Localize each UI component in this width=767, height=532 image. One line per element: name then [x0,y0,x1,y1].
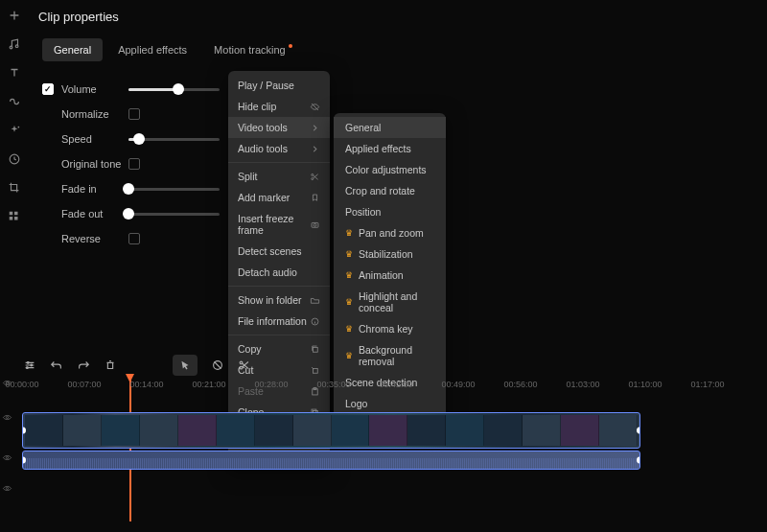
volume-checkbox[interactable] [42,83,54,95]
clock-icon[interactable] [7,151,22,167]
prop-original-tone: Original tone [42,151,224,176]
ruler-tick: 00:07:00 [67,380,101,389]
crown-icon: ♛ [345,297,353,307]
ruler-tick: 01:10:00 [628,380,662,389]
sparkle-icon[interactable] [7,123,22,138]
svg-point-26 [6,416,8,418]
fade-in-slider[interactable] [128,188,220,191]
clip-handle-right[interactable] [637,457,640,464]
audio-clip[interactable] [22,451,640,470]
svg-point-1 [15,45,18,48]
timeline-toolbar [23,355,251,376]
original-tone-checkbox[interactable] [128,158,140,170]
volume-slider[interactable] [128,88,220,91]
sub-color-adj[interactable]: Color adjustments [334,159,446,180]
grid-icon[interactable] [7,209,22,224]
tab-general[interactable]: General [42,38,103,61]
copy-icon [309,343,320,355]
ctx-detect-scenes[interactable]: Detect scenes [228,241,330,262]
ruler-tick: 00:21:00 [192,380,225,389]
fade-in-label: Fade in [61,183,128,195]
fade-out-slider[interactable] [128,213,220,216]
ctx-detach-audio[interactable]: Detach audio [228,262,330,283]
svg-point-24 [240,366,243,369]
crown-icon: ♛ [345,249,353,259]
track-area [17,395,767,470]
ctx-add-marker[interactable]: Add marker [228,187,330,208]
sub-chroma[interactable]: ♛Chroma key [334,318,446,339]
sub-general[interactable]: General [334,117,446,138]
prop-fade-out: Fade out [42,201,224,226]
svg-point-27 [6,456,8,458]
ruler-tick: 00:56:00 [503,380,537,389]
svg-point-23 [240,361,243,364]
sub-crop-rotate[interactable]: Crop and rotate [334,180,446,201]
camera-icon [309,219,320,230]
pointer-icon[interactable] [173,355,198,376]
redo-icon[interactable] [77,359,90,372]
prop-fade-in: Fade in [42,176,224,201]
prop-normalize: Normalize [42,102,224,127]
prop-speed: Speed [42,127,224,151]
ruler-tick: 00:42:00 [379,380,412,389]
sub-animation[interactable]: ♛Animation [334,265,446,286]
sub-position[interactable]: Position [334,201,446,222]
prop-volume: Volume [42,77,224,102]
ctx-hide-clip[interactable]: Hide clip [228,96,330,117]
reverse-checkbox[interactable] [128,233,140,244]
svg-rect-7 [14,217,18,220]
scissors-icon[interactable] [238,359,251,372]
ctx-video-tools[interactable]: Video tools [228,117,330,138]
svg-point-21 [27,367,29,369]
tabs-row: General Applied effects Motion tracking [42,38,304,61]
video-clip[interactable] [22,412,640,449]
sub-pan-zoom[interactable]: ♛Pan and zoom [334,222,446,243]
svg-point-20 [31,364,33,366]
reverse-label: Reverse [61,233,128,244]
settings-icon[interactable] [23,359,36,372]
timeline-ruler[interactable]: 00:00:0000:07:0000:14:0000:21:0000:28:00… [17,378,767,395]
sub-highlight[interactable]: ♛Highlight and conceal [334,286,446,318]
normalize-checkbox[interactable] [128,108,140,120]
trash-icon[interactable] [104,359,117,372]
volume-label: Volume [61,83,128,95]
svg-point-0 [10,46,12,49]
music-icon[interactable] [7,36,22,52]
tab-motion-tracking[interactable]: Motion tracking [202,38,304,61]
svg-point-19 [27,362,29,364]
svg-rect-5 [14,212,18,216]
cut-icon [309,364,320,376]
crown-icon: ♛ [345,270,353,280]
sub-applied-effects[interactable]: Applied effects [334,138,446,159]
track-visibility-icon[interactable] [2,452,15,465]
track-visibility-icon[interactable] [2,378,15,390]
prop-reverse: Reverse [42,226,224,251]
original-tone-label: Original tone [61,158,128,170]
ctx-freeze-frame[interactable]: Insert freeze frame [228,208,330,241]
ruler-tick: 00:35:00 [316,380,350,389]
crop-icon[interactable] [7,180,22,196]
ctx-show-folder[interactable]: Show in folder [228,289,330,311]
disable-icon[interactable] [211,359,224,372]
sub-stabilization[interactable]: ♛Stabilization [334,243,446,265]
crown-icon: ♛ [345,228,353,238]
svg-rect-6 [10,217,13,220]
svg-point-9 [311,177,313,179]
link-icon[interactable] [7,94,22,109]
text-icon[interactable] [7,65,22,81]
ctx-file-info[interactable]: File information [228,311,330,332]
speed-slider[interactable] [128,138,220,141]
clip-handle-right[interactable] [637,428,640,434]
chevron-right-icon [309,122,320,133]
svg-point-8 [311,173,313,175]
undo-icon[interactable] [50,359,63,372]
ctx-split[interactable]: Split [228,166,330,187]
track-visibility-icon[interactable] [2,412,15,425]
ctx-play-pause[interactable]: Play / Pause [228,75,330,96]
chevron-right-icon [309,143,320,154]
plus-icon[interactable] [7,8,22,23]
ctx-audio-tools[interactable]: Audio tools [228,138,330,159]
track-visibility-icon[interactable] [2,483,15,496]
sub-bg-removal[interactable]: ♛Background removal [334,339,446,372]
tab-applied-effects[interactable]: Applied effects [106,38,198,61]
